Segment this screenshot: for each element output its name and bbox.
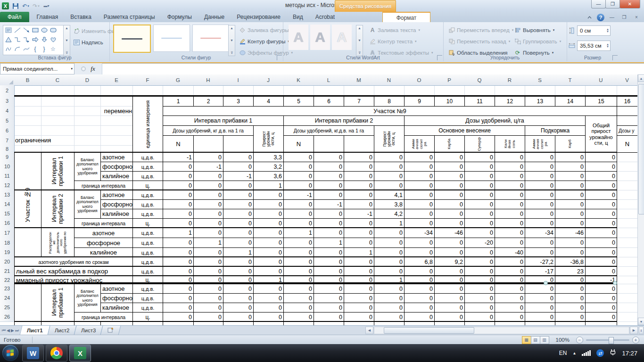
cell-value[interactable]: 1 bbox=[314, 238, 344, 248]
cell-unit[interactable]: ц. bbox=[132, 181, 163, 190]
cell-value[interactable]: 0 bbox=[163, 190, 194, 200]
cell-value[interactable]: 0 bbox=[193, 247, 223, 257]
network-signal-icon[interactable] bbox=[582, 350, 591, 356]
row-header-20[interactable]: 20 bbox=[0, 257, 15, 267]
cell-value[interactable]: 0 bbox=[585, 162, 617, 172]
cell-value[interactable]: 0 bbox=[344, 238, 374, 248]
cell-var-number[interactable]: 6 bbox=[314, 96, 344, 107]
cell-value[interactable]: 0 bbox=[374, 228, 405, 238]
cell-value[interactable]: 0 bbox=[555, 293, 586, 303]
cell-value[interactable]: 0 bbox=[314, 312, 344, 322]
cell-value[interactable]: 0 bbox=[344, 152, 374, 162]
cell-value[interactable]: 0 bbox=[344, 312, 374, 322]
cell-value[interactable]: 0 bbox=[283, 152, 314, 162]
cell-value[interactable]: 0 bbox=[163, 238, 194, 248]
cell-row-label[interactable]: азотное bbox=[100, 152, 133, 162]
cell-unit[interactable]: ц.д.в. bbox=[132, 228, 163, 238]
column-header-G[interactable]: G bbox=[163, 74, 194, 86]
cell-value[interactable]: 0 bbox=[464, 181, 495, 190]
cell-value[interactable]: 0 bbox=[163, 266, 194, 276]
cell-value[interactable]: 0 bbox=[525, 284, 555, 294]
cell-value[interactable]: 0 bbox=[223, 218, 254, 228]
workbook-close-icon[interactable]: × bbox=[632, 13, 641, 21]
row-header-16[interactable]: 16 bbox=[0, 218, 15, 228]
cell-value[interactable]: 0 bbox=[253, 257, 284, 267]
cell-value[interactable]: 3,8 bbox=[374, 199, 405, 209]
cell-value[interactable]: 0 bbox=[525, 209, 555, 219]
select-all-corner[interactable] bbox=[0, 74, 15, 86]
cell-row-label[interactable]: граница интервала bbox=[74, 312, 133, 322]
sheet-tab-list1[interactable]: Лист1 bbox=[20, 326, 50, 335]
row-header-7[interactable]: 7 bbox=[0, 135, 15, 146]
start-button[interactable] bbox=[2, 345, 18, 361]
cell-value[interactable]: -46 bbox=[555, 228, 586, 238]
horizontal-scrollbar[interactable]: ◀ ▶ ‖ bbox=[365, 326, 644, 335]
shape-curve-icon[interactable] bbox=[22, 45, 31, 53]
cell-value[interactable]: 0 bbox=[555, 218, 586, 228]
cell-clipped[interactable] bbox=[404, 321, 435, 325]
cell-value[interactable]: 0 bbox=[434, 181, 465, 190]
cell-value[interactable]: 0 bbox=[314, 190, 344, 200]
cell-value[interactable]: 0 bbox=[163, 218, 194, 228]
cell-value[interactable]: 0 bbox=[464, 171, 495, 181]
column-header-N[interactable]: N bbox=[374, 74, 405, 86]
cell-value[interactable]: 0 bbox=[585, 218, 617, 228]
cell-value[interactable]: 0 bbox=[585, 190, 617, 200]
cell-value[interactable]: 0 bbox=[283, 266, 314, 276]
cell-row-label[interactable]: фосфорное bbox=[74, 238, 133, 248]
cell-value[interactable]: 0 bbox=[283, 238, 314, 248]
cell-clipped[interactable] bbox=[464, 321, 495, 325]
cell-value[interactable]: 0 bbox=[374, 266, 405, 276]
shape-elbow-arrow-icon[interactable] bbox=[22, 35, 31, 43]
align-button[interactable]: Выровнять▾ bbox=[513, 25, 556, 35]
cell-value[interactable]: 0 bbox=[464, 303, 495, 313]
cell-value[interactable]: 0 bbox=[555, 152, 586, 162]
cell-obshchiy[interactable]: Общийприростурожайности, ц bbox=[585, 115, 617, 153]
send-backward-button[interactable]: Переместить назад▾ bbox=[447, 36, 512, 46]
shape-rounded-rect-icon[interactable] bbox=[49, 26, 58, 34]
shape-textbox-icon[interactable] bbox=[4, 26, 13, 34]
language-indicator[interactable]: EN bbox=[559, 350, 567, 356]
cell-value[interactable]: 0 bbox=[193, 312, 223, 322]
shape-width-field[interactable]: 35,53 см▲▼ bbox=[577, 41, 611, 51]
cell-block-interval2[interactable]: Интервалприбавки 2 bbox=[41, 190, 74, 228]
column-header-Q[interactable]: Q bbox=[464, 74, 495, 86]
cell-value[interactable]: -34 bbox=[525, 228, 555, 238]
cell-value[interactable]: 0 bbox=[434, 190, 465, 200]
cell-var-number[interactable]: 7 bbox=[344, 96, 374, 107]
cell-value[interactable]: 0 bbox=[495, 209, 525, 219]
undo-icon[interactable]: ↶▾ bbox=[22, 2, 30, 10]
cell-value[interactable]: 0 bbox=[585, 152, 617, 162]
cell-value[interactable]: 0 bbox=[495, 199, 525, 209]
hscroll-left-icon[interactable]: ◀ bbox=[365, 327, 373, 334]
save-icon[interactable] bbox=[11, 2, 19, 10]
cell-value[interactable]: 0 bbox=[283, 247, 314, 257]
cell-value[interactable]: -1 bbox=[344, 209, 374, 219]
cell-value[interactable]: 3,6 bbox=[253, 171, 284, 181]
taskbar-chrome-button[interactable] bbox=[46, 345, 67, 362]
cell-value[interactable]: 0 bbox=[283, 209, 314, 219]
cell-value[interactable]: 0 bbox=[193, 284, 223, 294]
cell-value[interactable]: 0 bbox=[434, 284, 465, 294]
cell-var-number[interactable]: 8 bbox=[374, 96, 405, 107]
cell-value[interactable]: -1 bbox=[223, 171, 254, 181]
cell-value[interactable]: 0 bbox=[495, 238, 525, 248]
cell-value[interactable]: 0 bbox=[525, 218, 555, 228]
column-header-R[interactable]: R bbox=[495, 74, 525, 86]
cell-clipped[interactable] bbox=[495, 321, 525, 325]
wordart-style-2[interactable]: A bbox=[310, 25, 330, 50]
cell-clipped[interactable] bbox=[344, 321, 374, 325]
cell-value[interactable]: 1 bbox=[374, 218, 405, 228]
cell-fertilizer-header[interactable]: Аммиачнаяселитра bbox=[525, 135, 555, 153]
cell-next-empty[interactable] bbox=[617, 115, 638, 126]
cell-value[interactable]: -1 bbox=[314, 199, 344, 209]
cell-value[interactable]: 0 bbox=[253, 209, 284, 219]
shapes-gallery-scroll[interactable]: ▲▼⊽ bbox=[63, 25, 70, 56]
cell-value[interactable]: 0 bbox=[585, 293, 617, 303]
row-header-12[interactable]: 12 bbox=[0, 181, 15, 190]
cell-value[interactable]: 0 bbox=[404, 162, 435, 172]
cell-value[interactable]: 23 bbox=[555, 266, 586, 276]
cell-fertilizer-header[interactable]: Суперф bbox=[464, 135, 495, 153]
insert-worksheet-button[interactable] bbox=[100, 326, 121, 335]
cell-uchastok[interactable]: Участок №9 bbox=[163, 106, 617, 116]
